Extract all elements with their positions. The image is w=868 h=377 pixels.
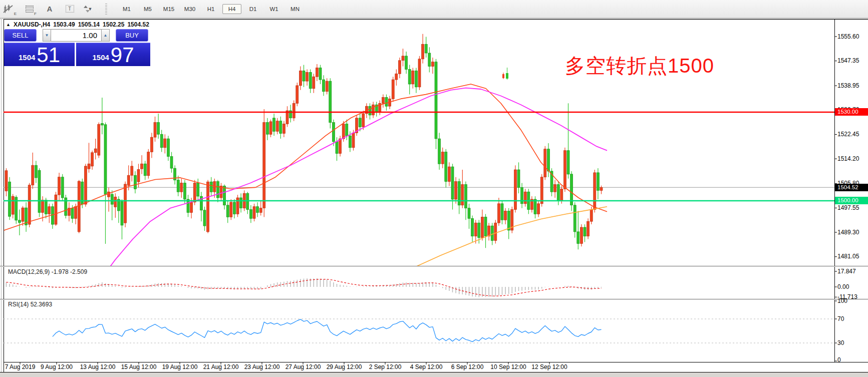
hline-price-label-1500: 1500.00 — [835, 197, 868, 204]
macd-label: MACD(12,26,9) -1.978 -2.509 — [8, 268, 87, 275]
candles-pencil-glyph — [3, 4, 14, 14]
date-tick-label: 21 Aug 12:00 — [198, 363, 243, 370]
price-tick-label: 1522.45 — [837, 131, 859, 138]
chart-objects-icon[interactable]: E — [3, 3, 16, 15]
date-tick-label: 10 Sep 12:00 — [486, 363, 531, 370]
window-bottom-strip — [0, 372, 868, 377]
one-click-trade-panel: SELL ▼ ▲ BUY 1504 51 1504 97 — [4, 29, 150, 66]
buy-price-box[interactable]: 1504 97 — [76, 43, 150, 66]
timeframe-button-h4[interactable]: H4 — [222, 4, 241, 14]
sell-button[interactable]: SELL — [4, 29, 37, 42]
volume-input[interactable] — [51, 29, 101, 42]
timeframe-button-d1[interactable]: D1 — [243, 4, 262, 14]
macd-value: -1.978 — [52, 268, 69, 275]
toolbar: E F A T ▼ M1M5M15M30H1H4D1W1MN — [0, 0, 868, 18]
date-tick-label: 29 Aug 12:00 — [322, 363, 367, 370]
letter-a-glyph: A — [47, 5, 53, 13]
date-tick-label: 23 Aug 12:00 — [239, 363, 284, 370]
rsi-tick-label: 100 — [837, 297, 847, 304]
price-tick-label: 1547.35 — [837, 57, 859, 64]
ohlc-low: 1502.25 — [103, 21, 124, 28]
grid-glyph — [26, 6, 34, 13]
price-tick-label: 1555.60 — [837, 33, 859, 40]
rsi-tick-label: 70 — [837, 315, 844, 322]
sell-price-main: 1504 — [19, 53, 35, 62]
rsi-value: 52.3693 — [31, 301, 52, 308]
text-label-icon[interactable]: A — [43, 3, 56, 15]
buy-price-pips: 97 — [111, 46, 134, 65]
ohlc-open: 1503.49 — [53, 21, 75, 28]
sell-price-box[interactable]: 1504 51 — [4, 43, 75, 66]
macd-tick-label: 0.00 — [837, 283, 849, 290]
ohlc-close: 1504.52 — [127, 21, 149, 28]
rsi-canvas[interactable] — [0, 300, 868, 373]
text-box-icon[interactable]: T — [63, 3, 76, 15]
date-tick-label: 9 Aug 12:00 — [34, 363, 79, 370]
date-tick-label: 6 Sep 12:00 — [445, 363, 490, 370]
price-tick-label: 1489.30 — [837, 229, 859, 236]
timeframe-button-m1[interactable]: M1 — [117, 4, 136, 14]
macd-tick-label: 17.847 — [837, 268, 856, 275]
timeframe-button-m5[interactable]: M5 — [138, 4, 157, 14]
timeframe-button-mn[interactable]: MN — [285, 4, 305, 14]
sell-price-pips: 51 — [37, 46, 60, 65]
letter-t-glyph: T — [66, 5, 74, 13]
symbol-name: XAUUSD-,H4 — [14, 21, 50, 28]
icon-badge: F — [34, 12, 37, 16]
arrows-glyph — [83, 5, 92, 13]
grid-icon[interactable]: F — [23, 3, 36, 15]
date-tick-label: 2 Sep 12:00 — [363, 363, 408, 370]
timeframe-button-w1[interactable]: W1 — [264, 4, 283, 14]
symbol-header: ▲ XAUUSD-,H4 1503.49 1505.14 1502.25 150… — [6, 21, 149, 28]
date-tick-label: 27 Aug 12:00 — [280, 363, 326, 370]
timeframe-button-h1[interactable]: H1 — [201, 4, 220, 14]
object-arrows-icon[interactable]: ▼ — [83, 3, 96, 15]
date-tick-label: 12 Sep 12:00 — [527, 363, 572, 370]
hline-price-label-1530: 1530.00 — [835, 108, 868, 116]
chart-text-annotation: 多空转折点1500 — [565, 52, 714, 80]
rsi-label: RSI(14) 52.3693 — [8, 301, 52, 308]
date-tick-label: 13 Aug 12:00 — [75, 363, 120, 370]
macd-canvas[interactable] — [0, 267, 868, 299]
price-tick-label: 1538.95 — [837, 82, 859, 89]
price-tick-label: 1514.20 — [837, 155, 859, 162]
timeframe-bar: M1M5M15M30H1H4D1W1MN — [117, 4, 305, 14]
date-tick-label: 4 Sep 12:00 — [404, 363, 449, 370]
mt4-window: E F A T ▼ M1M5M15M30H1H4D1W1MN — [0, 0, 868, 377]
macd-signal-value: -2.509 — [70, 268, 87, 275]
rsi-tick-label: 0 — [837, 356, 841, 363]
buy-button[interactable]: BUY — [116, 29, 148, 42]
price-tick-label: 1497.55 — [837, 204, 859, 211]
volume-decrease-button[interactable]: ▼ — [43, 29, 51, 42]
price-tick-label: 1481.05 — [837, 253, 859, 260]
icon-badge: E — [14, 12, 17, 16]
date-tick-label: 19 Aug 12:00 — [157, 363, 202, 370]
timeframe-button-m30[interactable]: M30 — [180, 4, 199, 14]
collapse-arrow-icon[interactable]: ▲ — [6, 22, 11, 27]
toolbar-drag-handle[interactable] — [105, 4, 107, 15]
ohlc-high: 1505.14 — [78, 21, 100, 28]
rsi-tick-label: 30 — [837, 339, 844, 346]
current-price-label: 1504.52 — [835, 184, 868, 191]
buy-price-main: 1504 — [92, 53, 109, 62]
date-tick-label: 15 Aug 12:00 — [116, 363, 161, 370]
volume-increase-button[interactable]: ▲ — [101, 29, 110, 42]
timeframe-button-m15[interactable]: M15 — [159, 4, 178, 14]
